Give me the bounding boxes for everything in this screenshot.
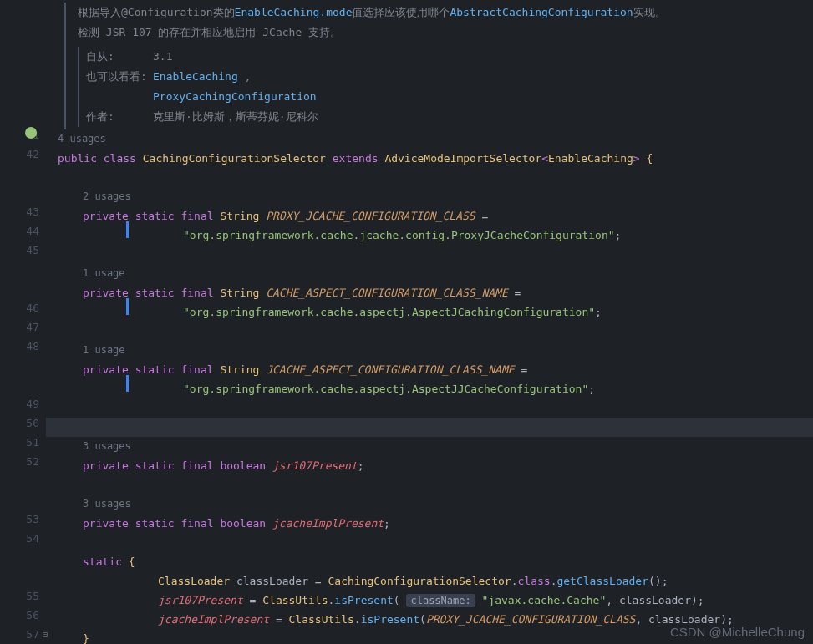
parameter-hint: className: xyxy=(406,594,475,607)
doc-author-label: 作者: xyxy=(86,107,153,127)
doc-link[interactable]: ProxyCachingConfiguration xyxy=(153,87,317,107)
line-number[interactable]: 53 xyxy=(0,510,39,529)
line-number[interactable]: 54 xyxy=(0,529,39,548)
line-number[interactable]: 46 xyxy=(0,298,39,317)
usage-hint[interactable]: 3 usages xyxy=(46,437,813,456)
line-number[interactable]: 42 xyxy=(0,145,39,164)
class-gutter-icon[interactable] xyxy=(25,127,37,139)
usage-hint[interactable]: 1 usage xyxy=(46,264,813,283)
code-line[interactable]: ClassLoader classLoader = CachingConfigu… xyxy=(46,571,813,591)
change-marker xyxy=(126,298,129,315)
change-marker xyxy=(126,221,129,238)
code-line[interactable]: "org.springframework.cache.jcache.config… xyxy=(46,226,813,245)
line-gutter: 41 42 43 44 45 46 47 48 49 50 51 52 53 5… xyxy=(0,0,46,644)
current-line[interactable] xyxy=(46,418,813,437)
usage-hint[interactable]: 4 usages xyxy=(46,129,813,149)
usage-hint[interactable]: 3 usages xyxy=(46,494,813,514)
code-line[interactable]: "org.springframework.cache.aspectj.Aspec… xyxy=(46,379,813,398)
doc-since-label: 自从: xyxy=(86,47,153,67)
line-number[interactable]: 48 xyxy=(0,337,39,356)
code-line[interactable]: static { xyxy=(46,552,813,571)
line-number[interactable]: 44 xyxy=(0,221,39,241)
javadoc-block: 根据导入@Configuration类的EnableCaching.mode值选… xyxy=(64,3,813,129)
line-number[interactable]: 56 xyxy=(0,606,39,625)
code-line[interactable]: private static final boolean jcacheImplP… xyxy=(46,514,813,533)
code-line[interactable]: private static final String PROXY_JCACHE… xyxy=(46,206,813,226)
line-number[interactable]: 43 xyxy=(0,202,39,221)
code-line[interactable]: private static final String CACHE_ASPECT… xyxy=(46,283,813,302)
doc-text: 根据导入@Configuration类的EnableCaching.mode值选… xyxy=(78,3,813,23)
code-line[interactable]: private static final String JCACHE_ASPEC… xyxy=(46,360,813,379)
code-line[interactable]: "org.springframework.cache.aspectj.Aspec… xyxy=(46,302,813,322)
code-area[interactable]: 根据导入@Configuration类的EnableCaching.mode值选… xyxy=(46,0,813,644)
line-number[interactable]: 49 xyxy=(0,394,39,413)
doc-text: 检测 JSR-107 的存在并相应地启用 JCache 支持。 xyxy=(78,23,813,43)
doc-since-value: 3.1 xyxy=(153,47,172,67)
line-number[interactable]: 52 xyxy=(0,452,39,471)
line-number[interactable]: 50 xyxy=(0,413,39,433)
doc-link[interactable]: EnableCaching.mode xyxy=(235,6,353,18)
doc-link[interactable]: EnableCaching xyxy=(153,70,238,83)
code-line[interactable]: public class CachingConfigurationSelecto… xyxy=(46,149,813,168)
line-number[interactable]: 47 xyxy=(0,317,39,337)
doc-see-label: 也可以看看: xyxy=(86,67,153,87)
line-number[interactable]: 45 xyxy=(0,241,39,260)
code-line[interactable]: private static final boolean jsr107Prese… xyxy=(46,456,813,475)
line-number[interactable]: 57⊟ xyxy=(0,625,39,644)
code-line[interactable]: jsr107Present = ClassUtils.isPresent( cl… xyxy=(46,591,813,610)
line-number[interactable]: 55 xyxy=(0,586,39,606)
usage-hint[interactable]: 1 usage xyxy=(46,341,813,360)
editor-container: ✎ 41 42 43 44 45 46 47 48 49 50 51 52 53… xyxy=(0,0,813,644)
line-number[interactable]: 51 xyxy=(0,433,39,452)
doc-author-value: 克里斯·比姆斯，斯蒂芬妮·尼科尔 xyxy=(153,107,318,127)
watermark: CSDN @MichelleChung xyxy=(670,625,805,639)
change-marker xyxy=(126,375,129,392)
usage-hint[interactable]: 2 usages xyxy=(46,187,813,206)
doc-link[interactable]: AbstractCachingConfiguration xyxy=(450,6,633,18)
